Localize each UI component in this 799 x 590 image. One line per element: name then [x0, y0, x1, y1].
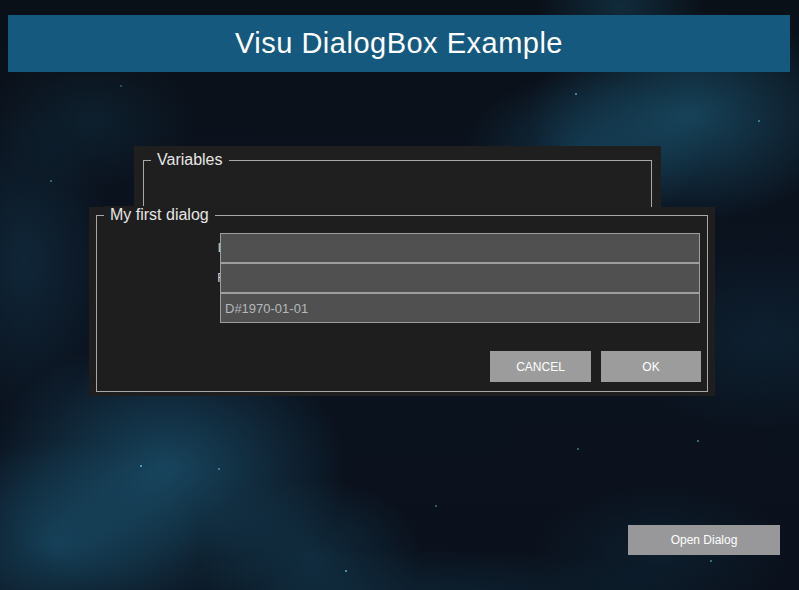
ok-button[interactable]: OK — [601, 351, 701, 382]
title-bar: Visu DialogBox Example — [8, 15, 790, 72]
open-dialog-button[interactable]: Open Dialog — [628, 525, 780, 555]
first-name-input[interactable] — [220, 263, 700, 293]
page-title: Visu DialogBox Example — [235, 27, 563, 60]
visu-screen: Visu DialogBox Example Variables My firs… — [0, 0, 799, 590]
my-first-dialog: My first dialog Last name : First name :… — [89, 207, 715, 396]
birthday-input[interactable] — [220, 293, 700, 323]
dialog-title: My first dialog — [104, 206, 215, 224]
cancel-button[interactable]: CANCEL — [490, 351, 591, 382]
last-name-input[interactable] — [220, 233, 700, 263]
variables-groupbox-label: Variables — [151, 151, 229, 169]
